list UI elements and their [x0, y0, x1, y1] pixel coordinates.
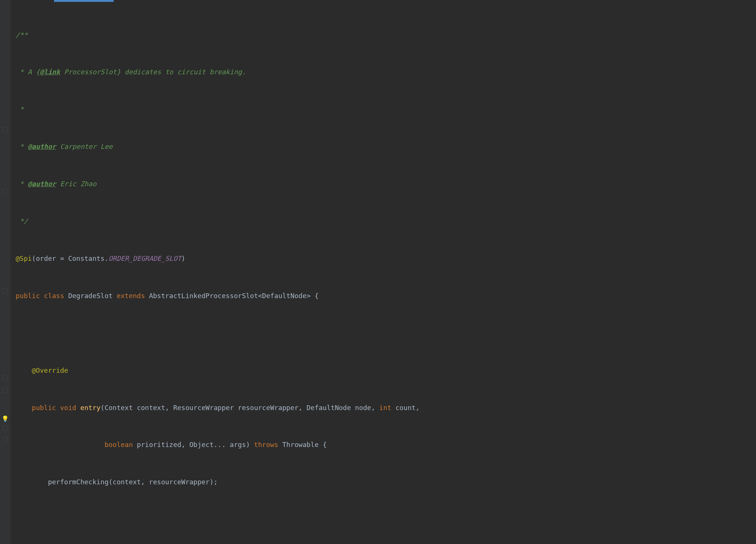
annotation-param: order = Constants. [36, 254, 108, 262]
javadoc-text: * A { [16, 68, 40, 76]
kw-public: public [16, 292, 44, 300]
indent [16, 404, 32, 412]
javadoc-author-tag: @author [28, 180, 56, 188]
javadoc-author-tag: @author [28, 143, 56, 150]
kw-throws: throws [254, 441, 278, 448]
javadoc-text: } dedicates to circuit breaking. [117, 68, 246, 76]
javadoc-close: */ [16, 217, 28, 225]
kw-int: int [379, 404, 391, 412]
kw-extends: extends [117, 292, 149, 300]
superclass: AbstractLinkedProcessorSlot<DefaultNode>… [149, 292, 319, 300]
method-name-entry: entry [80, 404, 100, 412]
method-params: (Context context, ResourceWrapper resour… [101, 404, 379, 412]
annotation-override: @Override [32, 366, 68, 374]
method-gutter-icon[interactable] [2, 425, 7, 430]
kw-class: class [44, 292, 68, 300]
class-name: DegradeSlot [68, 292, 117, 300]
javadoc-link-target: ProcessorSlot [60, 68, 117, 76]
javadoc-link-tag: @link [40, 68, 60, 76]
kw-boolean: boolean [104, 441, 133, 448]
javadoc-author-name: Carpenter Lee [56, 143, 113, 150]
code-line: performChecking(context, resourceWrapper… [16, 478, 218, 486]
method-gutter-icon[interactable] [2, 437, 7, 443]
intention-bulb-icon[interactable]: 💡 [1, 413, 8, 420]
throws-type: Throwable { [278, 441, 327, 448]
method-gutter-icon[interactable] [2, 189, 7, 194]
method-gutter-icon[interactable] [2, 375, 7, 381]
annotation-spi: @Spi [16, 254, 32, 262]
javadoc-open: /** [16, 31, 28, 39]
method-params: count, [391, 404, 420, 412]
editor-gutter: 💡 [0, 0, 10, 544]
javadoc-author-name: Eric Zhao [56, 180, 96, 188]
method-params: prioritized, Object... args) [133, 441, 254, 448]
code-editor[interactable]: 💡 /** * A {@link ProcessorSlot} dedicate… [0, 0, 756, 544]
constant-ref: ORDER_DEGRADE_SLOT [108, 254, 181, 262]
kw-void: void [60, 404, 80, 412]
indent [16, 441, 104, 448]
active-tab-indicator [54, 0, 114, 2]
indent [16, 366, 32, 374]
method-gutter-icon[interactable] [2, 288, 7, 294]
javadoc-empty: * [16, 105, 24, 113]
override-gutter-icon[interactable] [2, 127, 7, 132]
javadoc-star: * [16, 143, 28, 150]
method-gutter-icon[interactable] [2, 388, 7, 393]
kw-public: public [32, 404, 60, 412]
javadoc-star: * [16, 180, 28, 188]
paren: ( [32, 254, 36, 262]
paren: ) [181, 254, 185, 262]
code-area[interactable]: /** * A {@link ProcessorSlot} dedicates … [10, 0, 756, 544]
